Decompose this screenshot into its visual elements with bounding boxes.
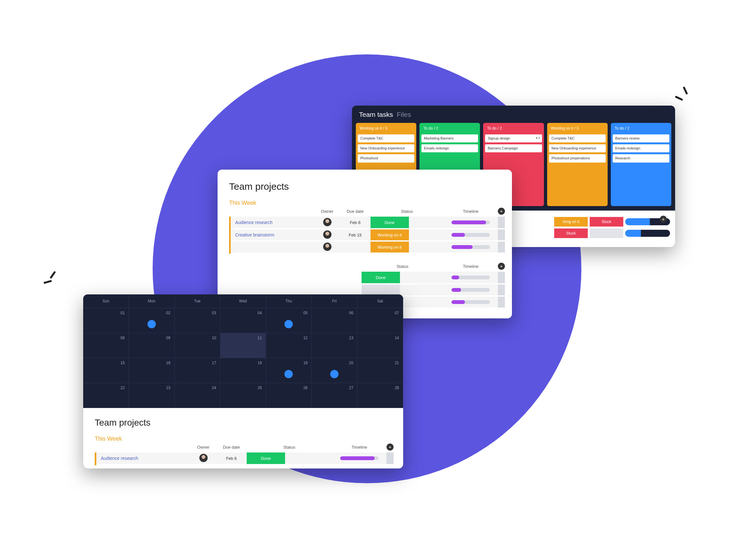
table-row[interactable]: Audience researchFeb 6Done: [230, 217, 505, 229]
calendar-day[interactable]: 18: [220, 358, 266, 383]
kanban-card[interactable]: Emails redesign: [613, 144, 669, 152]
calendar-day[interactable]: 03: [175, 308, 220, 333]
status-pill[interactable]: [362, 284, 400, 295]
timeline-bar[interactable]: [340, 456, 379, 460]
day-number: 12: [303, 336, 307, 340]
table-row[interactable]: Creative brainstormFeb 15Working on it: [230, 229, 505, 241]
calendar-day[interactable]: 09: [129, 333, 175, 358]
day-number: 14: [395, 336, 399, 340]
task-name[interactable]: Creative brainstorm: [230, 229, 315, 241]
due-date[interactable]: [340, 241, 371, 253]
status-cell[interactable]: rking on it: [554, 217, 588, 227]
owner-cell[interactable]: [315, 241, 340, 253]
section-label[interactable]: This Week: [229, 200, 505, 206]
calendar-day[interactable]: 25: [220, 383, 266, 408]
calendar-day[interactable]: 01: [83, 308, 129, 333]
calendar-day[interactable]: 10: [175, 333, 220, 358]
calendar-week: 15161718192021: [83, 358, 403, 383]
kanban-column[interactable]: To do / 2Banners reviewEmails redesignRe…: [611, 123, 671, 206]
event-dot-icon[interactable]: [330, 370, 339, 378]
row-end: [498, 229, 505, 241]
kanban-card[interactable]: New Onboarding experience: [549, 144, 606, 152]
table-row[interactable]: Working on it: [230, 241, 505, 253]
kanban-card[interactable]: Complete T&C: [549, 134, 606, 142]
due-date[interactable]: Feb 6: [216, 452, 247, 465]
row-end: [498, 272, 505, 284]
event-dot-icon[interactable]: [284, 320, 293, 328]
status-pill[interactable]: Done: [362, 272, 400, 283]
timeline-bar[interactable]: [451, 276, 490, 279]
event-dot-icon[interactable]: [148, 320, 156, 328]
calendar-day[interactable]: 15: [83, 358, 129, 383]
task-name[interactable]: [230, 241, 315, 253]
calendar-day[interactable]: 17: [175, 358, 220, 383]
kanban-card[interactable]: Signup design● 2: [485, 134, 542, 142]
task-name[interactable]: Audience research: [230, 217, 315, 229]
kanban-card[interactable]: Emails redesign: [421, 144, 478, 152]
status-cell[interactable]: Stuck: [590, 217, 623, 227]
kanban-card[interactable]: Banners Campaign: [485, 144, 542, 152]
table-row[interactable]: Audience researchFeb 6Done: [96, 452, 394, 465]
kanban-card[interactable]: Marketing Banners: [421, 134, 478, 142]
timeline-bar[interactable]: [451, 245, 490, 249]
owner-cell[interactable]: [191, 452, 216, 465]
add-column-button[interactable]: +: [498, 263, 505, 270]
kanban-column-title: To do / 2: [485, 125, 542, 132]
event-dot-icon[interactable]: [284, 370, 293, 378]
calendar-panel: SunMonTueWedThuFriSat 010203040506070809…: [83, 294, 403, 468]
kanban-column[interactable]: Working on it / 3Complete T&CNew Onboard…: [547, 123, 608, 206]
kanban-card[interactable]: Complete T&C: [358, 134, 414, 142]
calendar-day[interactable]: 24: [175, 383, 220, 408]
status-pill[interactable]: Done: [371, 217, 409, 228]
table-row[interactable]: Done: [362, 272, 505, 284]
calendar-day[interactable]: 22: [83, 383, 129, 408]
kanban-subtitle[interactable]: Files: [397, 111, 411, 118]
section-label[interactable]: This Week: [95, 436, 394, 442]
status-pill[interactable]: Working on it: [371, 242, 409, 252]
calendar-day[interactable]: 26: [266, 383, 312, 408]
calendar-day[interactable]: 04: [220, 308, 266, 333]
due-date[interactable]: Feb 15: [340, 229, 371, 241]
due-date[interactable]: Feb 6: [340, 217, 371, 229]
timeline-bar[interactable]: [451, 220, 490, 224]
calendar-day[interactable]: 28: [357, 383, 403, 408]
calendar-day[interactable]: 13: [312, 333, 357, 358]
day-number: 18: [258, 361, 262, 365]
calendar-day[interactable]: 08: [83, 333, 129, 358]
add-button[interactable]: +: [660, 216, 667, 223]
kanban-card[interactable]: Research: [613, 154, 669, 162]
calendar-day[interactable]: 23: [129, 383, 175, 408]
comment-icon[interactable]: ● 2: [536, 136, 540, 140]
owner-cell[interactable]: [315, 229, 340, 241]
calendar-day[interactable]: 21: [357, 358, 403, 383]
status-pill[interactable]: Working on it: [371, 229, 409, 240]
status-pill[interactable]: Done: [247, 452, 285, 464]
sparkle-icon: [42, 272, 61, 291]
calendar-day[interactable]: 27: [312, 383, 357, 408]
add-column-button[interactable]: +: [387, 444, 394, 451]
timeline-bar[interactable]: [451, 288, 490, 292]
calendar-day[interactable]: 20: [312, 358, 357, 383]
calendar-day[interactable]: 11: [220, 333, 266, 358]
calendar-day[interactable]: 06: [312, 308, 357, 333]
owner-cell[interactable]: [315, 217, 340, 229]
calendar-day[interactable]: 12: [266, 333, 312, 358]
timeline-bar[interactable]: [451, 300, 490, 304]
calendar-day[interactable]: 07: [357, 308, 403, 333]
kanban-card[interactable]: Photoshoot preperations: [549, 154, 606, 162]
calendar-day[interactable]: 16: [129, 358, 175, 383]
kanban-card[interactable]: New Onboarding experience: [358, 144, 414, 152]
kanban-card[interactable]: Photoshoot: [358, 154, 414, 162]
status-cell[interactable]: [590, 228, 623, 238]
calendar-day[interactable]: 14: [357, 333, 403, 358]
kanban-column-title: Working on it / 3: [549, 125, 606, 132]
calendar-day[interactable]: 05: [266, 308, 312, 333]
add-column-button[interactable]: +: [498, 208, 505, 215]
status-cell[interactable]: Stuck: [554, 228, 588, 238]
timeline-bar[interactable]: [451, 233, 490, 237]
kanban-card[interactable]: Banners review: [613, 134, 669, 142]
calendar-day[interactable]: 19: [266, 358, 312, 383]
task-name[interactable]: Audience research: [96, 452, 191, 465]
calendar-day[interactable]: 02: [129, 308, 175, 333]
col-timeline: Timeline: [443, 263, 498, 272]
